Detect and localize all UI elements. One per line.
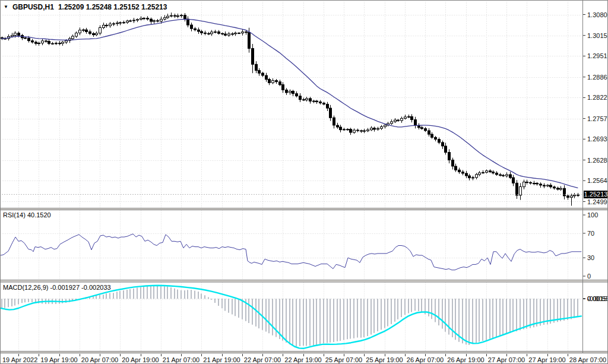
rsi-panel[interactable] xyxy=(1,210,582,280)
time-scale[interactable] xyxy=(1,353,608,364)
panel-separator[interactable] xyxy=(1,280,582,282)
main-chart-panel[interactable] xyxy=(1,1,582,208)
symbol-title: GBPUSD,H1 xyxy=(12,3,54,11)
symbol-dropdown-icon[interactable]: ▼ xyxy=(4,4,8,10)
chart-title-bar: ▼ GBPUSD,H1 1.25209 1.25248 1.25152 1.25… xyxy=(4,3,167,11)
macd-indicator-label: MACD(12,26,9) -0.001927 -0.002033 xyxy=(3,284,111,291)
panel-separator[interactable] xyxy=(1,208,582,210)
rsi-indicator-label: RSI(14) 40.1520 xyxy=(3,211,51,219)
current-price-tag: 1.25213 xyxy=(584,191,608,198)
chart-window: 1.308001.301501.295101.288601.282201.275… xyxy=(0,0,608,364)
price-scale[interactable] xyxy=(583,1,608,351)
ohlc-quotes: 1.25209 1.25248 1.25152 1.25213 xyxy=(58,3,167,11)
macd-panel[interactable] xyxy=(1,282,582,351)
